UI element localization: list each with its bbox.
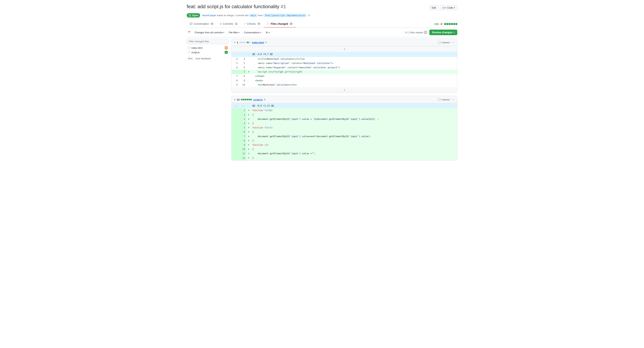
diff-line: 6 6 <meta name="keywords" content="monsc… <box>232 65 457 70</box>
diff-hunk-row: ... ... @@ -0,0 +1,12 @@ <box>232 103 457 108</box>
more-options-button[interactable]: ··· <box>452 98 454 101</box>
diff-block <box>444 23 446 25</box>
files-icon: 📄 <box>267 22 270 25</box>
diff-table: ⇕ @@ -4,6 +4,7 @@ 4 4 <box>232 46 457 93</box>
pr-meta: Open HarshCasper wants to merge 1 commit… <box>187 13 457 17</box>
files-toolbar: Changes from all commits ▾ File filter ▾… <box>187 28 457 37</box>
viewed-checkbox[interactable]: Viewed <box>438 41 450 44</box>
chevron-down-icon: ▾ <box>454 7 455 9</box>
diff-line: 4 4 <title>MonSchool Calculator</title> <box>232 57 457 61</box>
diff-add-line: 7 + document.getElementById('input').val… <box>232 134 457 139</box>
copy-branch-icon[interactable]: ⎘ <box>308 14 310 17</box>
diff-blocks <box>444 23 457 25</box>
diff-line: 7 8 </head> <box>232 74 457 78</box>
diff-file-index-html: ▾ 1 index.html ⎘ <box>232 39 457 93</box>
diff-line: 9 10 <h1>MonSchool Calculator</h1> <box>232 83 457 87</box>
conversations-button[interactable]: Conversations ▾ <box>242 30 262 35</box>
file-icon: 📄 <box>188 46 190 49</box>
more-options-button[interactable]: ··· <box>452 41 454 44</box>
diff-hunk-row: @@ -4,6 +4,7 @@ <box>232 52 457 57</box>
diff-filename[interactable]: script.js <box>253 98 262 101</box>
diff-add-line: 1 + function fun(x) <box>232 108 457 113</box>
collapse-tree-button[interactable] <box>187 30 192 34</box>
file-list: 📄 index.html M 📄 script.js + <box>187 46 228 54</box>
chevron-down-icon: ▾ <box>269 31 270 33</box>
expand-icon: ⇕ <box>344 47 345 50</box>
copy-path-button[interactable]: ⎘ <box>264 98 265 101</box>
tab-conversation[interactable]: 💬 Conversation 0 <box>187 20 217 27</box>
filename: index.html <box>191 46 202 49</box>
file-tree-sidebar: 📄 index.html M 📄 script.js + Beta Give f… <box>187 39 232 164</box>
source-branch-link[interactable]: feat/javascript-implementation <box>264 14 306 17</box>
chevron-down-icon: ▾ <box>238 31 240 33</box>
file-filter-button[interactable]: File filter ▾ <box>227 30 241 35</box>
diff-block <box>451 23 453 25</box>
status-badge: Open <box>187 13 200 17</box>
modified-badge: M <box>225 46 228 49</box>
diff-add-line: 11 + document.getElementById('input').va… <box>232 152 457 156</box>
expand-row[interactable]: ⇕ <box>232 46 457 52</box>
diff-add-line: 6 + { <box>232 130 457 134</box>
diff-add-line: 5 + function func() <box>232 126 457 130</box>
diff-block <box>453 23 455 25</box>
main-layout: 📄 index.html M 📄 script.js + Beta Give f… <box>187 39 457 164</box>
diff-add-line: 10 + { <box>232 147 457 152</box>
pr-title: feat: add script.js for calculator funct… <box>187 4 286 9</box>
diff-block <box>449 23 450 25</box>
diff-add-line: 4 + } <box>232 121 457 126</box>
diff-block <box>446 23 448 25</box>
pr-title-text: feat: add script.js for calculator funct… <box>187 4 279 9</box>
expand-icon: ⇕ <box>344 88 345 91</box>
code-button[interactable]: </> Code ▾ <box>440 5 457 10</box>
main-branch-link[interactable]: main <box>249 14 257 17</box>
chevron-down-icon: ▾ <box>223 31 224 33</box>
tab-checks[interactable]: ✓ Checks 0 <box>241 20 264 27</box>
expand-row[interactable]: ⇕ <box>232 87 457 93</box>
settings-button[interactable]: ⚙ ▾ <box>264 30 271 35</box>
tab-files-changed[interactable]: 📄 Files changed 2 <box>264 20 296 27</box>
tab-commits[interactable]: ⊙ Commits 1 <box>217 20 241 27</box>
checks-icon: ✓ <box>244 22 246 25</box>
file-diff-blocks <box>241 99 252 100</box>
list-item[interactable]: 📄 index.html M <box>187 46 228 50</box>
files-viewed-count: 0 / 2 files viewed <box>405 31 427 34</box>
diff-area: ▾ 1 index.html ⎘ <box>232 39 457 164</box>
diff-add-line: 2 + { <box>232 113 457 117</box>
viewed-checkbox[interactable]: Viewed <box>438 98 450 101</box>
info-icon[interactable] <box>424 31 427 34</box>
diff-add-line: 3 + document.getElementById('input').val… <box>232 117 457 121</box>
list-item[interactable]: 📄 script.js + <box>187 50 228 54</box>
collapse-file-button[interactable]: ▾ <box>234 98 235 101</box>
diff-block <box>456 23 457 25</box>
pr-tabs: 💬 Conversation 0 ⊙ Commits 1 ✓ Checks 0 … <box>187 20 457 28</box>
tree-toggle-icon <box>188 31 190 34</box>
diff-add-line: 7 + <script src="script.js"></script> <box>232 70 457 74</box>
changes-from-commits-button[interactable]: Changes from all commits ▾ <box>193 30 226 35</box>
diff-table: ... ... @@ -0,0 +1,12 @@ 1 + function fu… <box>232 103 457 160</box>
copy-path-button[interactable]: ⎘ <box>266 41 267 44</box>
chevron-down-icon: ▾ <box>260 31 261 33</box>
diff-add-line: 8 + } <box>232 139 457 143</box>
filter-files-input[interactable] <box>187 39 228 44</box>
gear-icon: ⚙ <box>266 31 268 34</box>
diff-add-line: 9 + function c() <box>232 143 457 147</box>
author-link[interactable]: HarshCasper <box>202 14 216 17</box>
diff-line: 5 5 <meta name="description" content="Mo… <box>232 61 457 65</box>
collapse-file-button[interactable]: ▾ <box>234 41 235 44</box>
commits-icon: ⊙ <box>220 22 222 25</box>
pr-number: #1 <box>281 4 286 9</box>
diff-file-header: ▾ 1 index.html ⎘ <box>232 39 457 46</box>
diff-add-line: 12 + } <box>232 156 457 160</box>
diff-deletions: –0 <box>440 22 442 25</box>
diff-filename[interactable]: index.html <box>252 41 264 44</box>
added-badge: + <box>225 51 228 54</box>
chevron-down-icon: ▾ <box>454 31 454 33</box>
filename: script.js <box>191 51 200 54</box>
file-icon: 📄 <box>188 51 190 54</box>
diff-line: 8 9 <body> <box>232 79 457 83</box>
edit-button[interactable]: Edit <box>429 5 438 10</box>
review-changes-button[interactable]: Review changes ▾ <box>429 30 457 35</box>
diff-file-header: ▾ 12 script.js ⎘ <box>232 96 457 103</box>
conversation-icon: 💬 <box>190 22 192 25</box>
feedback-link[interactable]: Beta Give feedback <box>187 57 228 60</box>
